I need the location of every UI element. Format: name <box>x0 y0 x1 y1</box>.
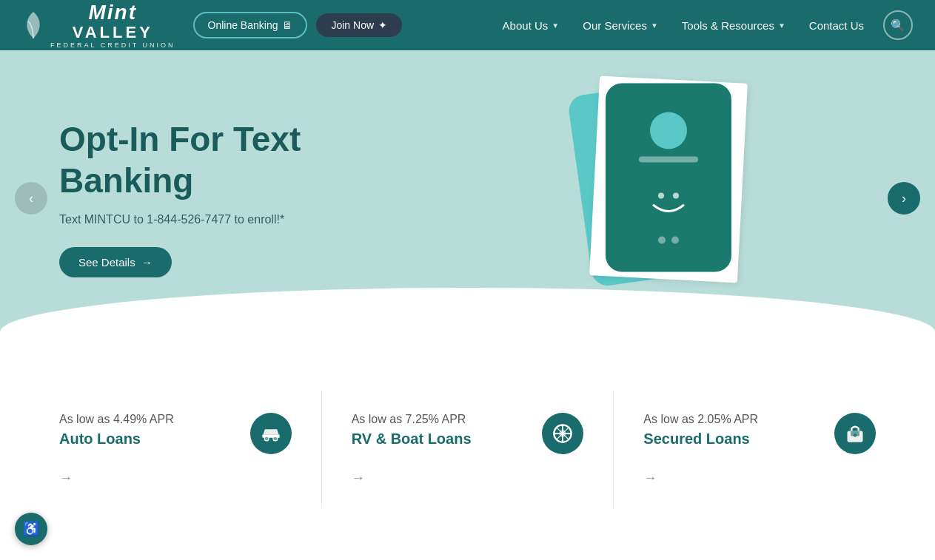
rv-loan-apr: As low as 7.25% APR <box>352 413 472 426</box>
chevron-right-icon: › <box>902 191 906 206</box>
see-details-button[interactable]: See Details → <box>59 247 172 277</box>
svg-point-15 <box>854 434 857 437</box>
rv-loan-icon <box>542 413 583 454</box>
chevron-left-icon: ‹ <box>29 191 33 206</box>
chevron-down-icon: ▼ <box>552 21 559 30</box>
secured-loan-apr: As low as 2.05% APR <box>643 413 758 426</box>
svg-point-5 <box>264 436 269 441</box>
hero-content: Opt-In For Text Banking Text MINTCU to 1… <box>0 75 385 321</box>
loan-card-rv: As low as 7.25% APR RV & Boat Loans → <box>322 391 614 508</box>
hero-subtitle: Text MINTCU to 1-844-526-7477 to enroll!… <box>59 213 326 226</box>
nav-about-us[interactable]: About Us ▼ <box>491 13 572 38</box>
logo-mint: Mint <box>50 1 175 24</box>
phone-smiley <box>646 177 691 221</box>
hero-section: ‹ Opt-In For Text Banking Text MINTCU to… <box>0 50 935 346</box>
phone-main <box>606 84 731 272</box>
auto-loan-apr: As low as 4.49% APR <box>59 413 174 426</box>
auto-loan-icon <box>250 413 292 454</box>
rv-loan-link[interactable]: RV & Boat Loans <box>352 431 472 447</box>
hero-title: Opt-In For Text Banking <box>59 119 326 200</box>
nav-tools-resources[interactable]: Tools & Resources ▼ <box>670 13 797 38</box>
accessibility-icon: ♿ <box>23 521 39 537</box>
main-nav: About Us ▼ Our Services ▼ Tools & Resour… <box>424 10 913 40</box>
search-button[interactable]: 🔍 <box>883 10 913 40</box>
auto-loan-link[interactable]: Auto Loans <box>59 431 141 447</box>
svg-point-0 <box>658 192 664 198</box>
loan-card-header: As low as 4.49% APR Auto Loans <box>59 413 292 454</box>
nav-our-services[interactable]: Our Services ▼ <box>571 13 670 38</box>
see-details-label: See Details <box>78 256 135 269</box>
hero-prev-button[interactable]: ‹ <box>15 182 47 215</box>
chevron-down-icon: ▼ <box>651 21 658 30</box>
star-icon: ✦ <box>378 19 387 31</box>
auto-loan-arrow[interactable]: → <box>59 470 292 486</box>
secured-loan-arrow[interactable]: → <box>643 470 876 486</box>
loan-cards-section: As low as 4.49% APR Auto Loans → As low … <box>0 346 935 538</box>
logo[interactable]: Mint VALLEY FEDERAL CREDIT UNION <box>22 1 175 50</box>
search-icon: 🔍 <box>891 18 905 33</box>
logo-sub: FEDERAL CREDIT UNION <box>50 42 175 50</box>
phone-avatar <box>650 112 687 149</box>
svg-point-1 <box>673 192 679 198</box>
site-header: Mint VALLEY FEDERAL CREDIT UNION Online … <box>0 0 935 50</box>
online-banking-label: Online Banking <box>208 19 278 31</box>
phone-line <box>639 156 698 162</box>
join-now-label: Join Now <box>331 19 374 31</box>
arrow-right-icon: → <box>141 256 153 269</box>
join-now-button[interactable]: Join Now ✦ <box>316 13 402 37</box>
secured-loan-icon <box>834 413 876 454</box>
phone-dots <box>658 236 679 243</box>
hero-illustration <box>550 72 787 302</box>
loan-card-secured: As low as 2.05% APR Secured Loans → <box>614 391 905 508</box>
svg-point-6 <box>273 436 278 441</box>
secured-loan-link[interactable]: Secured Loans <box>643 431 749 447</box>
rv-loan-arrow[interactable]: → <box>352 470 584 486</box>
hero-next-button[interactable]: › <box>888 182 920 215</box>
computer-icon: 🖥 <box>282 19 292 31</box>
loan-card-header: As low as 7.25% APR RV & Boat Loans <box>352 413 584 454</box>
chevron-down-icon: ▼ <box>778 21 785 30</box>
loan-card-header: As low as 2.05% APR Secured Loans <box>643 413 876 454</box>
loan-card-auto: As low as 4.49% APR Auto Loans → <box>30 391 322 508</box>
logo-valley: VALLEY <box>50 24 175 41</box>
nav-contact-us[interactable]: Contact Us <box>797 13 876 38</box>
online-banking-button[interactable]: Online Banking 🖥 <box>193 12 308 38</box>
